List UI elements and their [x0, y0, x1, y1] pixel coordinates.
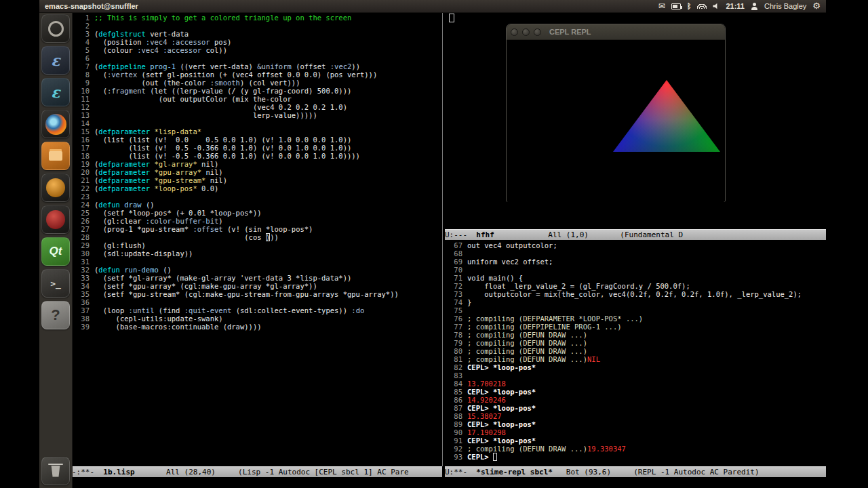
- code-text: (defparameter *loop-pos* 0.0): [94, 184, 218, 192]
- code-line: 8815.38027: [445, 412, 826, 420]
- line-number: 92: [445, 445, 467, 453]
- code-text: CEPL> *loop-pos*: [467, 363, 536, 371]
- code-line: 89CEPL> *loop-pos*: [445, 420, 826, 428]
- volume-icon[interactable]: [713, 3, 719, 9]
- line-number: 84: [445, 380, 467, 388]
- code-text: (list (v! 0.5 -0.366 0.0 1.0) (v! 0.0 1.…: [94, 144, 351, 152]
- line-number: 10: [72, 87, 94, 95]
- app-icon-teal[interactable]: ε: [41, 78, 70, 106]
- code-line: 33 (setf *gl-array* (make-gl-array 'vert…: [72, 274, 442, 282]
- hfhf-cursor: [450, 14, 454, 22]
- code-text: 15.38027: [467, 412, 502, 420]
- code-line: 80; compiling (DEFUN DRAW ...): [445, 347, 826, 355]
- trash-icon[interactable]: [41, 457, 70, 485]
- code-line: 10 (:fragment (let ((lerp-value (/ (y gl…: [72, 87, 442, 95]
- dash-home-button[interactable]: [41, 14, 70, 43]
- close-button[interactable]: [511, 28, 518, 36]
- line-number: 23: [72, 192, 94, 201]
- echo-area[interactable]: [72, 477, 826, 488]
- mail-icon[interactable]: [658, 1, 665, 12]
- code-line: 1;; This is simply to get a colored tria…: [72, 14, 442, 22]
- code-line: 67out vec4 outputcolor;: [445, 241, 826, 249]
- line-number: 36: [72, 298, 94, 306]
- line-number: 88: [445, 412, 467, 420]
- text-cursor: [493, 453, 497, 461]
- minimize-button[interactable]: [522, 28, 530, 36]
- code-line: 9 (out (the-color :smooth) (col vert))): [72, 79, 442, 87]
- code-line: 27 (prog-1 *gpu-stream* :offset (v! (sin…: [72, 225, 442, 233]
- line-number: 18: [72, 152, 94, 160]
- firefox-icon[interactable]: [41, 110, 70, 138]
- code-window[interactable]: 1;; This is simply to get a colored tria…: [72, 12, 442, 466]
- line-number: 91: [445, 436, 467, 445]
- terminal-icon[interactable]: >_: [41, 269, 70, 298]
- cepl-titlebar[interactable]: CEPL REPL: [507, 24, 725, 40]
- code-line: 26 (gl:clear :color-buffer-bit): [72, 217, 442, 225]
- code-text: (vec4 0.2 0.2 0.2 1.0): [94, 103, 347, 111]
- line-number: 83: [445, 371, 467, 380]
- line-number: 69: [445, 258, 467, 266]
- line-number: 28: [72, 233, 94, 241]
- clock[interactable]: 21:11: [726, 2, 745, 10]
- bluetooth-icon[interactable]: [687, 1, 692, 12]
- line-number: 90: [445, 428, 467, 436]
- code-line: 20(defparameter *gpu-array* nil): [72, 168, 442, 176]
- screen: emacs-snapshot@snuffler 21:11 Chris Bagl…: [0, 0, 868, 488]
- software-center-icon[interactable]: [41, 174, 70, 202]
- line-number: 6: [72, 54, 94, 62]
- code-text: (list (v! -0.5 -0.366 0.0 1.0) (v! 0.0 0…: [94, 152, 360, 160]
- code-line: 14: [72, 119, 442, 127]
- desktop: emacs-snapshot@snuffler 21:11 Chris Bagl…: [39, 0, 826, 488]
- line-number: 25: [72, 209, 94, 217]
- code-text: (out (the-color :smooth) (col vert))): [94, 79, 300, 87]
- code-text: }: [467, 298, 471, 306]
- code-line: 30 (sdl:update-display)): [72, 249, 442, 258]
- trash-slot: [39, 455, 72, 488]
- line-number: 68: [445, 249, 467, 258]
- code-text: (defglstruct vert-data: [94, 30, 189, 38]
- code-text: uniform vec2 offset;: [467, 258, 553, 266]
- line-number: 16: [72, 136, 94, 144]
- code-line: 31: [72, 258, 442, 266]
- line-number: 32: [72, 266, 94, 274]
- line-number: 34: [72, 282, 94, 290]
- code-text: (defpipeline prog-1 ((vert vert-data) &u…: [94, 62, 360, 70]
- code-text: (defparameter *gpu-array* nil): [94, 168, 223, 176]
- code-text: 13.700218: [467, 380, 506, 388]
- code-text: (defparameter *gl-array* nil): [94, 160, 218, 168]
- code-line: 25 (setf *loop-pos* (+ 0.01 *loop-pos*)): [72, 209, 442, 217]
- cepl-repl-window[interactable]: CEPL REPL: [506, 24, 726, 202]
- code-line: 82CEPL> *loop-pos*: [445, 363, 826, 371]
- code-line: 85CEPL> *loop-pos*: [445, 388, 826, 396]
- wifi-icon[interactable]: [697, 3, 707, 9]
- cepl-window-title: CEPL REPL: [549, 28, 591, 36]
- repl-window[interactable]: 67out vec4 outputcolor;6869uniform vec2 …: [445, 240, 826, 466]
- code-line: 18 (list (v! -0.5 -0.366 0.0 1.0) (v! 0.…: [72, 152, 442, 160]
- code-text: (setf *gpu-array* (cgl:make-gpu-array *g…: [94, 282, 317, 290]
- gear-icon[interactable]: [812, 1, 821, 12]
- code-line: 39 (base-macros:continuable (draw)))): [72, 323, 442, 331]
- code-line: 81; compiling (DEFUN DRAW ...)NIL: [445, 355, 826, 363]
- code-text: (cos ))): [94, 233, 279, 241]
- line-number: 15: [72, 127, 94, 136]
- media-player-icon[interactable]: [41, 205, 70, 234]
- line-number: 38: [72, 314, 94, 323]
- qt-creator-icon[interactable]: Qt: [41, 237, 70, 266]
- maximize-button[interactable]: [534, 28, 541, 36]
- code-text: 14.920246: [467, 396, 506, 404]
- gedit-icon[interactable]: [41, 142, 70, 170]
- modeline-hfhf[interactable]: U:--- hfhf All (1,0) (Fundamental D: [445, 229, 826, 240]
- code-line: 13 lerp-value))))): [72, 111, 442, 119]
- help-icon[interactable]: ?: [41, 301, 70, 329]
- modeline-repl[interactable]: U:**- *slime-repl sbcl* Bot (93,6) (REPL…: [445, 466, 826, 477]
- app-icon-blue[interactable]: ε: [41, 46, 70, 75]
- code-line: 32(defun run-demo (): [72, 266, 442, 274]
- battery-icon[interactable]: [671, 3, 681, 9]
- code-text: (defun run-demo (): [94, 266, 172, 274]
- line-number: 81: [445, 355, 467, 363]
- top-panel: emacs-snapshot@snuffler 21:11 Chris Bagl…: [39, 0, 826, 13]
- line-number: 78: [445, 331, 467, 339]
- modeline-code[interactable]: -:**- 1b.lisp All (28,40) (Lisp -1 Autod…: [72, 466, 442, 477]
- code-line: 92; compiling (DEFUN DRAW ...)19.330347: [445, 445, 826, 453]
- session-user[interactable]: Chris Bagley: [764, 2, 806, 10]
